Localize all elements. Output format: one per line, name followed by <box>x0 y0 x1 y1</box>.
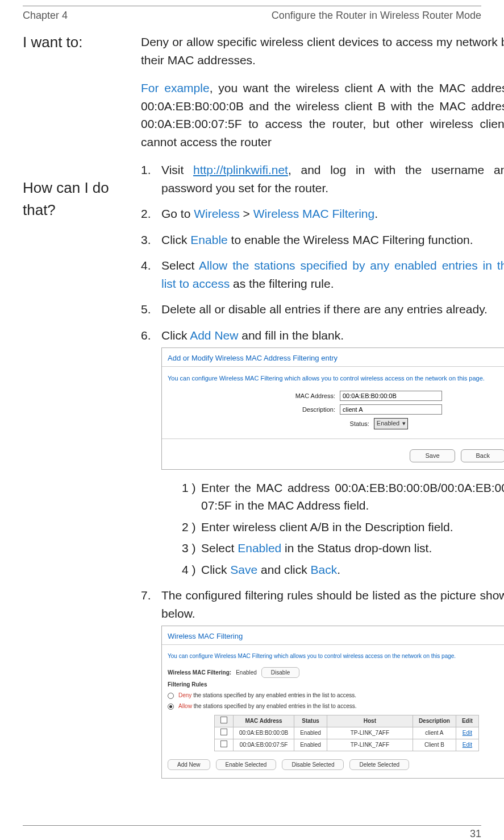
shot2-enable-selected-button[interactable]: Enable Selected <box>216 759 277 770</box>
sidebar-i-want-to: I want to: <box>23 33 125 52</box>
row2-status: Enabled <box>294 739 327 751</box>
row2-host: TP-LINK_7AFF <box>327 739 413 751</box>
deny-rest: the stations specified by any enabled en… <box>191 692 356 698</box>
shot2-mac-filtering-label: Wireless MAC Filtering: <box>168 668 231 677</box>
substep-2-marker: 2 ) <box>182 518 196 536</box>
row1-status: Enabled <box>294 727 327 739</box>
substep-1-text: Enter the MAC address 00:0A:EB:B0:00:0B/… <box>201 481 504 512</box>
substep-3-a: Select <box>201 541 238 555</box>
table-row: 00:0A:EB:00:07:5F Enabled TP-LINK_7AFF C… <box>215 739 479 751</box>
substep-4-end: . <box>337 563 340 576</box>
step-2-sep: > <box>240 207 253 220</box>
step-2-end: . <box>374 207 378 220</box>
substep-3-marker: 3 ) <box>182 539 196 557</box>
step-6: Click Add New and fill in the blank. Add… <box>141 326 504 579</box>
shot1-status-label: Status: <box>267 419 369 429</box>
intro-para-2: For example, you want the wireless clien… <box>141 79 504 151</box>
page-number: 31 <box>23 825 481 840</box>
shot1-desc-label: Description: <box>233 405 335 415</box>
step-5: Delete all or disable all entries if the… <box>141 300 504 318</box>
row1-desc: client A <box>413 727 456 739</box>
shot2-disable-selected-button[interactable]: Disable Selected <box>282 759 344 770</box>
step-4-a: Select <box>161 259 199 272</box>
row2-edit-link[interactable]: Edit <box>463 742 472 748</box>
substep-3: 3 ) Select Enabled in the Status drop-do… <box>182 539 504 557</box>
substep-4-marker: 4 ) <box>182 561 196 579</box>
row2-mac: 00:0A:EB:00:07:5F <box>234 739 294 751</box>
step-6-a: Click <box>161 329 190 342</box>
step-4: Select Allow the stations specified by a… <box>141 256 504 292</box>
filter-table: MAC Address Status Host Description Edit… <box>214 715 479 751</box>
shot1-status-select[interactable]: Enabled <box>374 418 408 429</box>
th-status: Status <box>294 715 327 727</box>
step-6-b: and fill in the blank. <box>238 329 344 342</box>
row1-host: TP-LINK_7AFF <box>327 727 413 739</box>
tplinkwifi-link[interactable]: http://tplinkwifi.net <box>193 163 288 176</box>
deny-radio[interactable] <box>168 693 174 699</box>
allow-rest: the stations specified by any enabled en… <box>192 703 357 709</box>
substep-4-a: Click <box>201 563 230 576</box>
enable-label: Enable <box>190 233 227 246</box>
allow-keyword: Allow <box>178 703 192 709</box>
step-3: Click Enable to enable the Wireless MAC … <box>141 231 504 249</box>
substep-2: 2 ) Enter wireless client A/B in the Des… <box>182 518 504 536</box>
row2-checkbox[interactable] <box>220 740 227 747</box>
shot1-desc-input[interactable] <box>340 404 442 415</box>
table-row: 00:0A:EB:B0:00:0B Enabled TP-LINK_7AFF c… <box>215 727 479 739</box>
substep-1: 1 ) Enter the MAC address 00:0A:EB:B0:00… <box>182 479 504 515</box>
screenshot-filter-list: Wireless MAC Filtering You can configure… <box>161 626 504 779</box>
th-edit: Edit <box>456 715 478 727</box>
shot2-rules-label: Filtering Rules <box>168 680 207 689</box>
step-7-text: The configured filtering rules should be… <box>161 589 504 620</box>
th-host: Host <box>327 715 413 727</box>
shot2-disable-button[interactable]: Disable <box>261 667 299 678</box>
th-mac: MAC Address <box>234 715 294 727</box>
intro-para-1: Deny or allow specific wireless client d… <box>141 33 504 69</box>
shot1-back-button[interactable]: Back <box>461 449 504 462</box>
step-7: The configured filtering rules should be… <box>141 586 504 779</box>
step-2: Go to Wireless > Wireless MAC Filtering. <box>141 205 504 223</box>
enabled-option: Enabled <box>238 541 281 555</box>
wireless-menu: Wireless <box>194 207 240 220</box>
step-1: Visit http://tplinkwifi.net, and log in … <box>141 161 504 197</box>
step-2-a: Go to <box>161 207 194 220</box>
shot1-mac-label: MAC Address: <box>233 391 335 401</box>
step-3-a: Click <box>161 233 190 246</box>
shot1-mac-input[interactable] <box>340 391 442 401</box>
row1-edit-link[interactable]: Edit <box>463 730 472 736</box>
shot1-title: Add or Modify Wireless MAC Address Filte… <box>162 348 504 366</box>
substep-4-mid: and click <box>257 563 310 576</box>
save-option: Save <box>230 563 257 576</box>
row1-checkbox[interactable] <box>220 729 227 735</box>
chapter-title: Configure the Router in Wireless Router … <box>272 10 481 22</box>
th-desc: Description <box>413 715 456 727</box>
shot2-mac-filtering-state: Enabled <box>236 668 257 677</box>
substep-1-marker: 1 ) <box>182 479 196 497</box>
shot1-para: You can configure Wireless MAC Filtering… <box>162 371 504 389</box>
shot2-title: Wireless MAC Filtering <box>162 626 504 644</box>
chapter-label: Chapter 4 <box>23 10 68 22</box>
substep-2-text: Enter wireless client A/B in the Descrip… <box>201 520 453 533</box>
shot2-delete-selected-button[interactable]: Delete Selected <box>349 759 409 770</box>
allow-radio[interactable] <box>168 704 174 710</box>
back-option: Back <box>311 563 338 576</box>
step-4-b: as the filtering rule. <box>230 277 334 290</box>
shot1-save-button[interactable]: Save <box>410 449 455 462</box>
sidebar-how-can-i: How can I do that? <box>23 177 125 221</box>
step-1-text-a: Visit <box>161 163 193 176</box>
select-all-checkbox[interactable] <box>220 717 227 723</box>
deny-keyword: Deny <box>178 692 191 698</box>
substep-3-b: in the Status drop-down list. <box>281 541 432 555</box>
row1-mac: 00:0A:EB:B0:00:0B <box>234 727 294 739</box>
add-new-label: Add New <box>190 329 238 342</box>
substep-4: 4 ) Click Save and click Back. <box>182 561 504 579</box>
step-3-b: to enable the Wireless MAC Filtering fun… <box>228 233 473 246</box>
screenshot-add-entry: Add or Modify Wireless MAC Address Filte… <box>161 347 504 470</box>
wireless-mac-filtering-menu: Wireless MAC Filtering <box>253 207 375 220</box>
shot2-add-new-button[interactable]: Add New <box>168 759 210 770</box>
example-label: For example <box>141 81 210 94</box>
shot2-para: You can configure Wireless MAC Filtering… <box>162 649 504 666</box>
row2-desc: Client B <box>413 739 456 751</box>
